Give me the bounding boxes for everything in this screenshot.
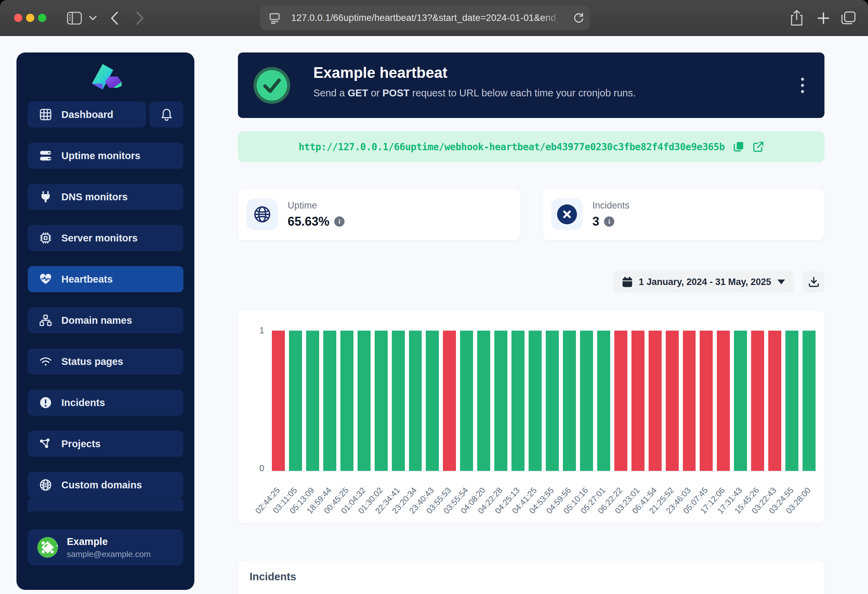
browser-chrome: 127.0.0.1/66uptime/heartbeat/13?&start_d… [0, 0, 868, 36]
globe-icon [40, 479, 52, 491]
bar-up[interactable] [426, 331, 439, 471]
bar-up[interactable] [289, 331, 302, 471]
bar-down[interactable] [768, 331, 781, 471]
traffic-light-minimize[interactable] [26, 14, 34, 22]
page-title: Example heartbeat [313, 64, 447, 81]
bar-up[interactable] [495, 331, 507, 471]
bar-down[interactable] [443, 331, 456, 471]
sidebar-item-label: Domain names [61, 315, 132, 326]
user-profile[interactable]: Example sample@example.com [28, 529, 183, 566]
bar-down[interactable] [632, 331, 645, 471]
bar-down[interactable] [614, 331, 627, 471]
user-email: sample@example.com [67, 550, 151, 559]
share-icon [790, 10, 804, 27]
incidents-value: 3 [592, 214, 599, 229]
sidebar-item-projects[interactable]: Projects [28, 431, 183, 457]
sidebar-item-label: Incidents [61, 397, 105, 408]
forward-button[interactable] [136, 10, 144, 26]
bell-icon [161, 108, 172, 121]
share-button[interactable] [790, 10, 804, 26]
sidebar-item-partial[interactable] [28, 498, 183, 511]
sidebar-item-heartbeats[interactable]: Heartbeats [28, 266, 183, 292]
header-subtitle: Send a GET or POST request to URL below … [313, 87, 636, 99]
bar-up[interactable] [803, 331, 816, 471]
bar-down[interactable] [700, 331, 713, 471]
sidebar-item-server-monitors[interactable]: Server monitors [28, 225, 183, 251]
info-icon[interactable]: i [334, 216, 344, 227]
back-button[interactable] [111, 10, 119, 26]
server-stack-icon [40, 150, 52, 161]
heart-pulse-icon [40, 274, 52, 285]
uptime-value: 65.63% [288, 214, 329, 229]
external-link-icon [753, 141, 764, 152]
date-range-button[interactable]: 1 January, 2024 - 31 May, 2025 [613, 271, 794, 293]
new-tab-button[interactable] [816, 10, 830, 26]
sidebar-item-dashboard[interactable]: Dashboard [28, 102, 146, 128]
tabs-icon [841, 10, 856, 26]
uptime-icon-tile [247, 199, 278, 230]
traffic-light-close[interactable] [14, 14, 22, 22]
reload-button[interactable] [573, 12, 585, 24]
bar-down[interactable] [666, 331, 679, 471]
bar-up[interactable] [392, 331, 405, 471]
x-axis-ticks: 02:44:2503:11:0505:13:0918:59:4400:45:25… [270, 479, 818, 524]
bar-up[interactable] [340, 331, 353, 471]
bar-up[interactable] [477, 331, 490, 471]
plus-icon [816, 11, 830, 25]
bar-down[interactable] [717, 331, 730, 471]
sidebar-item-incidents[interactable]: Incidents [28, 390, 183, 416]
bar-up[interactable] [734, 331, 747, 471]
traffic-light-zoom[interactable] [38, 14, 46, 22]
bar-up[interactable] [580, 331, 593, 471]
tab-overview-button[interactable] [841, 10, 856, 26]
sidebar-item-label: Projects [61, 438, 100, 450]
bar-up[interactable] [785, 331, 799, 471]
incidents-stat-card: Incidents 3 i [543, 188, 824, 241]
bar-down[interactable] [649, 331, 661, 471]
kebab-icon [801, 77, 804, 93]
bar-up[interactable] [357, 331, 371, 471]
sidebar-item-status-pages[interactable]: Status pages [28, 349, 183, 374]
sidebar-menu-chevron[interactable] [89, 10, 97, 26]
bar-up[interactable] [528, 331, 542, 471]
sidebar-item-custom-domains[interactable]: Custom domains [28, 472, 183, 498]
sidebar: Dashboard Uptime monitors [16, 52, 194, 590]
sidebar-toggle-button[interactable] [67, 10, 82, 26]
download-button[interactable] [803, 271, 824, 293]
url-text: 127.0.0.1/66uptime/heartbeat/13?&start_d… [291, 13, 559, 23]
grid-icon [40, 109, 52, 120]
bar-up[interactable] [323, 331, 336, 471]
bar-down[interactable] [683, 331, 696, 471]
heartbeat-chart-card: 1 0 02:44:2503:11:0505:13:0918:59:4400:4… [238, 310, 824, 523]
bar-up[interactable] [597, 331, 610, 471]
bar-up[interactable] [546, 331, 559, 471]
kebab-menu-button[interactable] [793, 75, 812, 96]
bar-up[interactable] [306, 331, 319, 471]
address-bar[interactable]: 127.0.0.1/66uptime/heartbeat/13?&start_d… [260, 6, 590, 30]
calendar-icon [622, 276, 632, 287]
sidebar-item-uptime-monitors[interactable]: Uptime monitors [28, 143, 183, 169]
notifications-button[interactable] [149, 102, 183, 128]
url-fade [542, 7, 570, 28]
info-icon[interactable]: i [604, 216, 614, 227]
bar-down[interactable] [272, 331, 285, 471]
page-content: Dashboard Uptime monitors [0, 36, 868, 594]
user-name: Example [67, 536, 151, 547]
x-circle-icon [557, 204, 578, 225]
bar-up[interactable] [460, 331, 473, 471]
bar-down[interactable] [751, 331, 764, 471]
sidebar-item-domain-names[interactable]: Domain names [28, 307, 183, 333]
sidebar-item-label: Server monitors [61, 232, 137, 244]
bar-up[interactable] [511, 331, 524, 471]
open-url-button[interactable] [753, 141, 764, 152]
browser-window: 127.0.0.1/66uptime/heartbeat/13?&start_d… [0, 0, 868, 594]
bar-up[interactable] [563, 331, 576, 471]
bar-up[interactable] [409, 331, 422, 471]
main-content: Example heartbeat Send a GET or POST req… [238, 36, 824, 594]
wifi-icon [40, 356, 52, 366]
bar-up[interactable] [375, 331, 388, 471]
chevron-down-icon [89, 16, 97, 21]
copy-url-button[interactable] [734, 141, 744, 152]
stat-label: Incidents [592, 200, 629, 211]
sidebar-item-dns-monitors[interactable]: DNS monitors [28, 184, 183, 210]
